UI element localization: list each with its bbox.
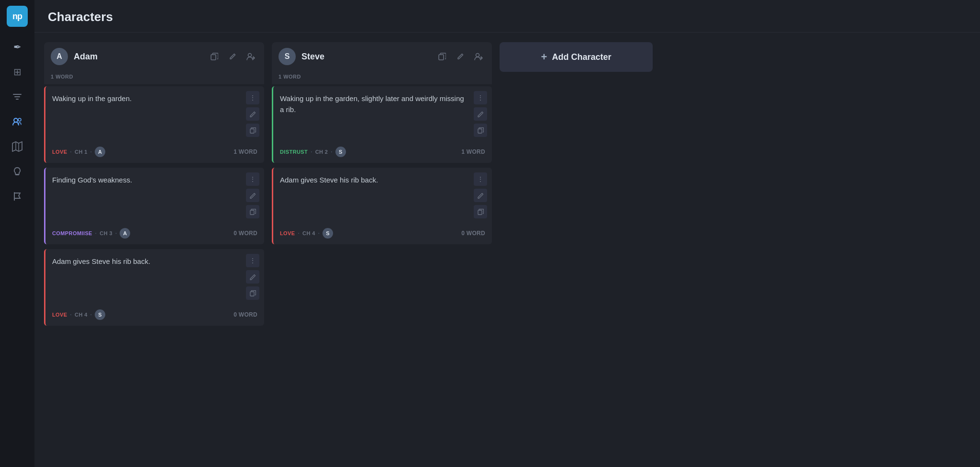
scene-copy-btn-adam-2[interactable] [246, 205, 259, 218]
scene-actions-steve-1: ⋮ [474, 91, 487, 137]
scene-more-btn-adam-2[interactable]: ⋮ [246, 172, 259, 186]
svg-marker-5 [12, 142, 22, 151]
scene-text-adam-2: Finding God's weakness. [52, 174, 257, 222]
sidebar-item-flag[interactable] [7, 186, 28, 207]
steve-assign-btn[interactable] [472, 50, 485, 63]
svg-point-4 [18, 118, 21, 121]
svg-rect-14 [250, 292, 254, 296]
scene-text-steve-1: Waking up in the garden, slightly later … [280, 93, 485, 141]
svg-point-3 [14, 118, 18, 122]
adam-assign-btn[interactable] [244, 50, 257, 63]
scene-card-steve-2: Adam gives Steve his rib back. ⋮ LOVE [272, 168, 492, 244]
sidebar: np ✒ ⊞ [0, 0, 34, 467]
page-title: Characters [48, 10, 967, 24]
svg-rect-13 [250, 210, 254, 215]
scene-footer-steve-2: LOVE · CH 4 · S 0 WORD [280, 228, 485, 239]
scene-wc-adam-1: 1 WORD [234, 148, 257, 155]
adam-word-count-header: 1 WORD [44, 71, 264, 84]
char-badge-adam-2: A [120, 228, 130, 239]
scene-copy-btn-adam-1[interactable] [246, 124, 259, 137]
avatar-steve: S [278, 48, 296, 65]
scene-footer-adam-2: COMPROMIISE · CH 3 · A 0 WORD [52, 228, 257, 239]
scene-card-steve-1: Waking up in the garden, slightly later … [272, 86, 492, 163]
tag-label-adam-2: COMPROMIISE [52, 230, 92, 236]
scene-footer-steve-1: DISTRUST · CH 2 · S 1 WORD [280, 147, 485, 157]
character-header-steve: S Steve [272, 42, 492, 71]
scene-pen-btn-adam-3[interactable] [246, 270, 259, 284]
characters-content: A Adam 1 WORD Waking [34, 33, 980, 467]
adam-copy-btn[interactable] [208, 50, 221, 63]
scene-wc-adam-2: 0 WORD [234, 230, 257, 237]
svg-rect-12 [250, 129, 254, 133]
scene-more-btn-steve-2[interactable]: ⋮ [474, 172, 487, 186]
scene-pen-btn-steve-1[interactable] [474, 107, 487, 121]
main-content: Characters A Adam 1 [34, 0, 980, 467]
svg-point-16 [476, 54, 479, 57]
sidebar-item-filter[interactable] [7, 86, 28, 107]
scene-wc-steve-2: 0 WORD [461, 230, 485, 237]
svg-rect-10 [211, 55, 216, 60]
steve-copy-btn[interactable] [435, 50, 449, 63]
scene-actions-steve-2: ⋮ [474, 172, 487, 218]
scene-card-adam-1: Waking up in the garden. ⋮ LOVE [44, 86, 264, 163]
steve-word-count-header: 1 WORD [272, 71, 492, 84]
add-character-button[interactable]: + Add Character [500, 42, 653, 72]
page-header: Characters [34, 0, 980, 33]
character-header-adam: A Adam [44, 42, 264, 71]
sidebar-item-lightbulb[interactable] [7, 161, 28, 182]
scene-pen-btn-adam-2[interactable] [246, 189, 259, 202]
app-logo[interactable]: np [7, 6, 28, 27]
scene-more-btn-steve-1[interactable]: ⋮ [474, 91, 487, 104]
tag-chapter-adam-3: CH 4 [75, 312, 88, 318]
scene-card-adam-2: Finding God's weakness. ⋮ COMPROMIISE [44, 168, 264, 244]
sidebar-item-pen[interactable]: ✒ [7, 36, 28, 57]
char-badge-steve-1: S [335, 147, 346, 157]
character-name-steve: Steve [301, 52, 430, 62]
tag-label-adam-1: LOVE [52, 149, 67, 155]
scene-copy-btn-steve-1[interactable] [474, 124, 487, 137]
tag-label-steve-1: DISTRUST [280, 149, 308, 155]
tag-chapter-steve-2: CH 4 [302, 230, 315, 236]
scene-text-adam-1: Waking up in the garden. [52, 93, 257, 141]
tag-label-adam-3: LOVE [52, 312, 67, 318]
scene-more-btn-adam-3[interactable]: ⋮ [246, 254, 259, 267]
scene-wc-steve-1: 1 WORD [461, 148, 485, 155]
scene-wc-adam-3: 0 WORD [234, 311, 257, 318]
add-character-plus-icon: + [541, 51, 547, 63]
adam-scene-cards: Waking up in the garden. ⋮ LOVE [44, 84, 264, 328]
scene-pen-btn-adam-1[interactable] [246, 107, 259, 121]
tag-chapter-adam-2: CH 3 [100, 230, 112, 236]
scene-text-steve-2: Adam gives Steve his rib back. [280, 174, 485, 222]
char-badge-adam-3: S [95, 309, 105, 320]
adam-header-actions [208, 50, 257, 63]
scene-footer-adam-3: LOVE · CH 4 · S 0 WORD [52, 309, 257, 320]
add-character-label: Add Character [552, 52, 611, 62]
steve-scene-cards: Waking up in the garden, slightly later … [272, 84, 492, 246]
char-badge-adam-1: A [95, 147, 105, 157]
tag-chapter-steve-1: CH 2 [315, 149, 328, 155]
svg-rect-17 [478, 129, 482, 133]
scene-text-adam-3: Adam gives Steve his rib back. [52, 256, 257, 304]
scene-copy-btn-adam-3[interactable] [246, 286, 259, 300]
sidebar-item-grid[interactable]: ⊞ [7, 61, 28, 82]
adam-edit-btn[interactable] [226, 50, 239, 63]
character-column-adam: A Adam 1 WORD Waking [44, 42, 264, 328]
steve-header-actions [435, 50, 485, 63]
sidebar-item-characters[interactable] [7, 111, 28, 132]
svg-point-11 [248, 54, 252, 57]
scene-actions-adam-2: ⋮ [246, 172, 259, 218]
char-badge-steve-2: S [323, 228, 333, 239]
sidebar-item-map[interactable] [7, 136, 28, 157]
character-name-adam: Adam [74, 52, 202, 62]
scene-copy-btn-steve-2[interactable] [474, 205, 487, 218]
scene-card-adam-3: Adam gives Steve his rib back. ⋮ LOVE [44, 249, 264, 326]
avatar-adam: A [51, 48, 68, 65]
svg-rect-18 [478, 210, 482, 215]
tag-chapter-adam-1: CH 1 [75, 149, 88, 155]
scene-footer-adam-1: LOVE · CH 1 · A 1 WORD [52, 147, 257, 157]
scene-more-btn-adam-1[interactable]: ⋮ [246, 91, 259, 104]
character-column-steve: S Steve 1 WORD Wakin [272, 42, 492, 246]
steve-edit-btn[interactable] [454, 50, 467, 63]
svg-rect-15 [439, 55, 444, 60]
scene-pen-btn-steve-2[interactable] [474, 189, 487, 202]
